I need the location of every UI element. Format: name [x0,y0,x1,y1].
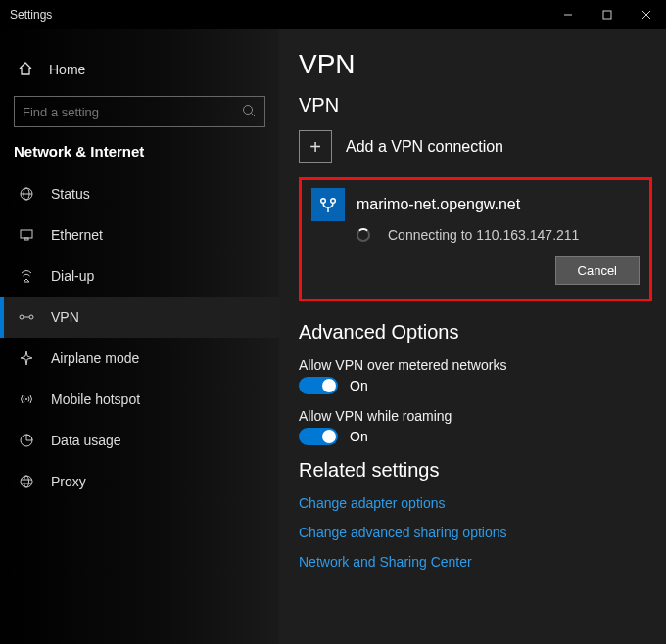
titlebar: Settings [0,0,666,29]
svg-point-16 [21,476,32,487]
connection-status: Connecting to 110.163.147.211 [388,227,579,243]
link-adapter-options[interactable]: Change adapter options [299,495,652,511]
sidebar-item-datausage[interactable]: Data usage [0,420,279,461]
sidebar-item-label: Ethernet [51,227,103,243]
svg-rect-9 [21,230,32,238]
svg-rect-1 [603,11,611,19]
dialup-icon [18,268,35,284]
sidebar-item-ethernet[interactable]: Ethernet [0,214,279,255]
connection-name: marimo-net.opengw.net [357,196,520,213]
link-advanced-sharing[interactable]: Change advanced sharing options [299,525,652,540]
home-nav[interactable]: Home [0,49,279,90]
close-button[interactable] [627,0,666,29]
toggle-metered[interactable] [299,377,338,394]
cancel-button[interactable]: Cancel [555,256,640,285]
page-title: VPN [299,49,652,80]
hotspot-icon [18,391,35,407]
maximize-button[interactable] [588,0,627,29]
datausage-icon [18,433,35,448]
section-heading: Network & Internet [0,143,279,173]
sidebar-item-label: Mobile hotspot [51,391,140,407]
spinner-icon [357,228,370,242]
sidebar-item-label: VPN [51,309,79,325]
option-label: Allow VPN over metered networks [299,357,652,373]
sidebar-item-label: Status [51,186,90,202]
related-heading: Related settings [299,459,652,482]
sidebar-item-status[interactable]: Status [0,173,279,214]
toggle-state: On [350,429,368,444]
sidebar-item-vpn[interactable]: VPN [0,297,279,338]
globe-icon [18,186,35,202]
option-label: Allow VPN while roaming [299,408,652,424]
minimize-button[interactable] [548,0,588,29]
svg-point-20 [321,199,326,204]
sidebar-item-dialup[interactable]: Dial-up [0,255,279,297]
option-roaming: Allow VPN while roaming On [299,408,652,445]
sidebar-item-proxy[interactable]: Proxy [0,461,279,502]
sidebar: Home Network & Internet Status Ethernet [0,29,279,644]
svg-rect-10 [24,238,28,240]
svg-point-12 [29,315,33,319]
advanced-heading: Advanced Options [299,321,652,344]
svg-point-4 [244,106,253,115]
plus-icon: + [299,130,332,163]
add-vpn-button[interactable]: + Add a VPN connection [299,130,652,163]
vpn-icon [18,309,35,325]
sidebar-item-label: Airplane mode [51,350,139,366]
main-panel: VPN VPN + Add a VPN connection marimo-ne… [279,29,666,644]
search-input[interactable] [14,96,265,127]
add-vpn-label: Add a VPN connection [346,138,503,156]
search-icon [242,104,256,121]
svg-point-21 [331,199,336,204]
link-network-sharing-center[interactable]: Network and Sharing Center [299,554,652,570]
ethernet-icon [18,227,35,243]
search-wrap [14,96,265,127]
svg-line-5 [252,114,256,117]
sidebar-item-label: Proxy [51,474,86,489]
sidebar-item-airplane[interactable]: Airplane mode [0,338,279,379]
svg-point-14 [25,398,27,400]
vpn-connection-card[interactable]: marimo-net.opengw.net Connecting to 110.… [299,177,652,301]
home-icon [18,61,33,79]
window-controls [548,0,666,29]
sidebar-item-label: Data usage [51,433,121,448]
svg-point-17 [24,476,29,487]
proxy-icon [18,474,35,489]
sidebar-item-hotspot[interactable]: Mobile hotspot [0,379,279,420]
toggle-roaming[interactable] [299,428,338,445]
option-metered: Allow VPN over metered networks On [299,357,652,394]
home-label: Home [49,62,85,77]
section-heading-vpn: VPN [299,94,652,116]
svg-point-11 [20,315,24,319]
toggle-state: On [350,378,368,393]
sidebar-item-label: Dial-up [51,268,94,284]
window-title: Settings [10,8,52,22]
airplane-icon [18,350,35,366]
vpn-badge-icon [311,188,345,221]
